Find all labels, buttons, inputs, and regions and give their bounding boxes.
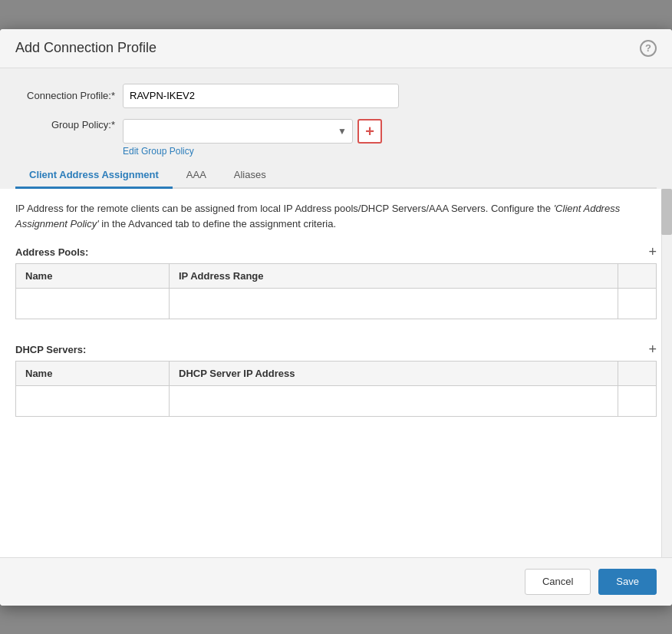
dhcp-servers-col-name: Name [16,362,170,386]
tab-content-client-address: IP Address for the remote clients can be… [0,189,672,557]
dhcp-servers-col-ip: DHCP Server IP Address [170,362,618,386]
main-content-wrapper: IP Address for the remote clients can be… [0,189,672,557]
address-pools-col-range: IP Address Range [170,264,618,289]
tab-aaa[interactable]: AAA [173,163,220,189]
dialog-footer: Cancel Save [0,557,672,606]
address-pools-empty-range [170,289,618,319]
group-policy-select[interactable] [123,119,353,144]
address-pools-header-row: Name IP Address Range [16,264,657,289]
tab-client-address[interactable]: Client Address Assignment [15,163,173,189]
dhcp-servers-header-row: Name DHCP Server IP Address [16,362,657,386]
dhcp-servers-empty-name [16,386,170,417]
tabs-bar: Client Address Assignment AAA Aliases [15,163,657,189]
dhcp-servers-section-header: DHCP Servers: + [15,342,657,356]
scrollbar-thumb[interactable] [661,189,672,235]
connection-profile-label: Connection Profile:* [15,90,123,101]
dhcp-servers-title: DHCP Servers: [15,344,86,355]
scrollbar-track[interactable] [661,189,672,557]
add-dhcp-server-button[interactable]: + [648,342,657,356]
address-pools-empty-row [16,289,657,319]
dhcp-servers-table: Name DHCP Server IP Address [15,361,657,417]
group-policy-controls: ▼ + Edit Group Policy [123,119,382,157]
address-pools-table: Name IP Address Range [15,263,657,319]
cancel-button[interactable]: Cancel [525,569,591,595]
group-policy-inputs: ▼ + [123,119,382,144]
address-pools-col-name: Name [16,264,170,289]
dhcp-servers-col-actions [618,362,657,386]
address-pools-empty-actions [618,289,657,319]
save-button[interactable]: Save [598,569,657,595]
group-policy-label: Group Policy:* [15,119,123,130]
dhcp-servers-empty-ip [170,386,618,417]
dialog-title: Add Connection Profile [15,40,156,56]
dhcp-servers-empty-actions [618,386,657,417]
address-pools-title: Address Pools: [15,246,88,258]
help-icon[interactable]: ? [640,40,657,57]
address-pools-section-header: Address Pools: + [15,245,657,259]
dialog-header: Add Connection Profile ? [0,29,672,68]
tab-aliases[interactable]: Aliases [220,163,280,189]
connection-profile-input[interactable] [123,84,399,108]
dhcp-servers-empty-row [16,386,657,417]
add-group-policy-button[interactable]: + [357,119,382,144]
connection-profile-row: Connection Profile:* [15,84,657,108]
group-policy-row: Group Policy:* ▼ + Edit Group Policy [15,119,657,157]
edit-group-policy-link[interactable]: Edit Group Policy [123,146,382,157]
main-content: IP Address for the remote clients can be… [0,189,672,557]
address-pools-col-actions [618,264,657,289]
description-text: IP Address for the remote clients can be… [15,201,657,233]
address-pools-empty-name [16,289,170,319]
add-address-pool-button[interactable]: + [648,245,657,259]
dialog-body: Connection Profile:* Group Policy:* ▼ + … [0,68,672,189]
add-connection-profile-dialog: Add Connection Profile ? Connection Prof… [0,29,672,606]
group-policy-select-wrapper: ▼ [123,119,353,144]
